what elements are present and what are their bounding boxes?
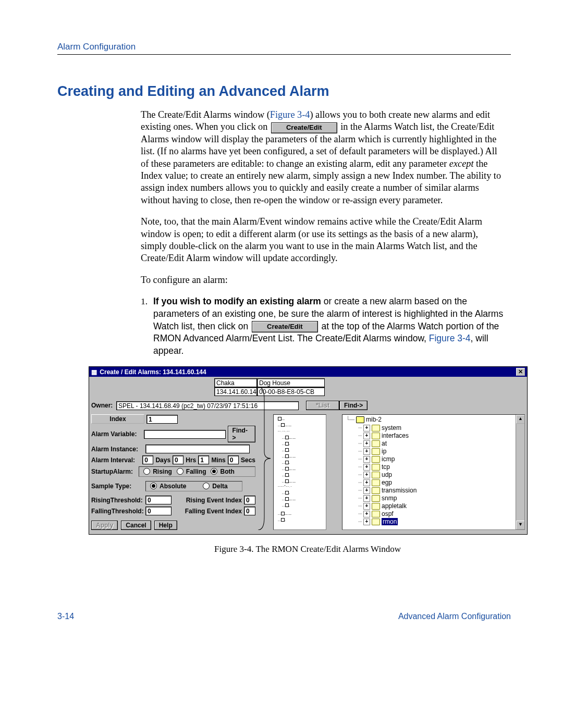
section-heading: Creating and Editing an Advanced Alarm [57,83,511,100]
device-location: Dog House [257,378,325,387]
list-button[interactable]: *List [306,401,339,410]
startup-radios: Rising Falling Both [139,466,255,477]
paragraph-2: Note, too, that the main Alarm/Event win… [141,216,506,265]
tree-item-udp[interactable]: ┈+udp [358,471,524,478]
step-1: 1. If you wish to modify an existing ala… [141,295,506,357]
radio-falling[interactable] [177,468,183,475]
footer-section: Advanced Alarm Configuration [398,612,511,621]
scroll-up-icon[interactable]: ▲ [516,415,525,424]
index-label: Index [91,414,144,424]
expand-icon[interactable]: + [363,495,370,502]
interval-mins[interactable]: 1 [198,455,209,464]
close-icon[interactable]: ✕ [516,368,525,376]
owner-label: Owner: [91,402,114,409]
rising-threshold-label: RisingThreshold: [91,497,143,504]
expand-icon[interactable]: + [363,464,370,471]
tree-item-interfaces[interactable]: ┈+interfaces [358,432,524,439]
figure-ref-2: Figure 3-4 [429,333,471,343]
header-rule [57,54,511,55]
folder-open-icon [356,416,364,423]
tree-item-egp[interactable]: ┈+egp [358,479,524,486]
expand-icon[interactable]: + [363,448,370,455]
paragraph-1: The Create/Edit Alarms window (Figure 3-… [141,109,506,206]
expand-icon[interactable]: + [363,487,370,494]
startup-alarm-label: StartupAlarm: [91,468,137,475]
tree-item-snmp[interactable]: ┈+snmp [358,495,524,502]
node-icon [372,448,380,455]
find-button[interactable]: Find-> [339,401,368,410]
tree-item-icmp[interactable]: ┈+icmp [358,455,524,463]
scroll-down-icon[interactable]: ▼ [516,521,525,529]
expand-icon[interactable]: + [363,511,370,517]
tree-item-transmission[interactable]: ┈+transmission [358,487,524,494]
node-icon [372,503,380,510]
alarm-interval-label: Alarm Interval: [91,456,140,464]
node-icon [372,425,380,431]
tree-item-at[interactable]: ┈+at [358,440,524,447]
tree-item-rmon[interactable]: ┈+rmon [358,518,524,525]
radio-both[interactable] [211,468,217,475]
node-icon [372,433,380,439]
expand-icon[interactable]: + [363,479,370,486]
sample-radios: Absolute Delta [145,481,242,491]
bracket-graphic [257,387,272,530]
interval-hrs[interactable]: 0 [173,455,183,464]
expand-icon[interactable]: + [363,440,370,447]
node-icon [372,472,380,478]
radio-delta[interactable] [203,483,210,489]
node-icon [372,479,380,486]
create-edit-button-inline: Create/Edit [271,122,337,133]
tree-item-system[interactable]: ┈+system [358,424,524,431]
paragraph-3: To configure an alarm: [141,274,506,286]
alarm-variable-label: Alarm Variable: [91,430,142,438]
tree-item-ip[interactable]: ┈+ip [358,448,524,455]
falling-threshold-label: FallingThreshold: [91,508,143,515]
tree-root[interactable]: └─ mib-2 [346,416,524,423]
page-number: 3-14 [57,612,74,621]
alarm-variable-field[interactable] [144,430,225,439]
tree-item-ospf[interactable]: ┈+ospf [358,510,524,517]
tree-scrollbar[interactable]: ▲ ▼ [516,415,524,529]
title-bar[interactable]: ▦ Create / Edit Alarms: 134.141.60.144 ✕ [89,367,527,377]
index-field[interactable]: 1 [146,415,178,424]
expand-icon[interactable]: + [363,425,370,431]
node-icon [372,519,380,525]
running-head: Alarm Configuration [57,42,511,52]
tree-item-appletalk[interactable]: ┈+appletalk [358,502,524,510]
radio-rising[interactable] [143,468,150,475]
help-button[interactable]: Help [154,521,177,530]
interval-secs[interactable]: 0 [228,455,239,464]
node-icon [372,487,380,494]
falling-event-field[interactable]: 0 [244,507,255,515]
node-icon [372,440,380,447]
tree-item-tcp[interactable]: ┈+tcp [358,463,524,471]
apply-button[interactable]: Apply [91,521,118,530]
mib-tree-panel[interactable]: └─ mib-2 ┈+system┈+interfaces┈+at┈+ip┈+i… [342,414,525,530]
rising-event-field[interactable]: 0 [244,496,255,504]
expand-icon[interactable]: + [363,472,370,478]
alarm-instance-label: Alarm Instance: [91,446,143,453]
cancel-button[interactable]: Cancel [121,521,151,530]
rising-threshold-field[interactable]: 0 [145,496,172,504]
radio-absolute[interactable] [150,483,157,489]
expand-icon[interactable]: + [363,433,370,439]
device-ip: 134.141.60.144 [214,387,257,396]
interval-days[interactable]: 0 [142,455,153,464]
device-name: Chaka [214,378,257,387]
falling-threshold-field[interactable]: 0 [145,507,172,515]
expand-icon[interactable]: + [363,503,370,510]
node-icon [372,464,380,471]
find-variable-button[interactable]: Find-> [228,426,255,442]
alarm-instance-field[interactable] [145,445,250,453]
node-icon [372,511,380,517]
expand-icon[interactable]: + [363,519,370,525]
node-icon [372,495,380,502]
alarm-form: Index 1 Alarm Variable: Find-> Alarm Ins… [91,414,255,530]
figure-ref: Figure 3-4 [270,109,310,120]
node-icon [372,456,380,463]
sample-type-label: Sample Type: [91,483,143,490]
middle-graphic-panel: — --—— --.--.-- --—— --- --- --—— --- --… [273,414,326,530]
expand-icon[interactable]: + [363,456,370,463]
figure-dialog: ▦ Create / Edit Alarms: 134.141.60.144 ✕… [89,366,528,535]
figure-caption: Figure 3-4. The RMON Create/Edit Alarms … [89,544,527,554]
